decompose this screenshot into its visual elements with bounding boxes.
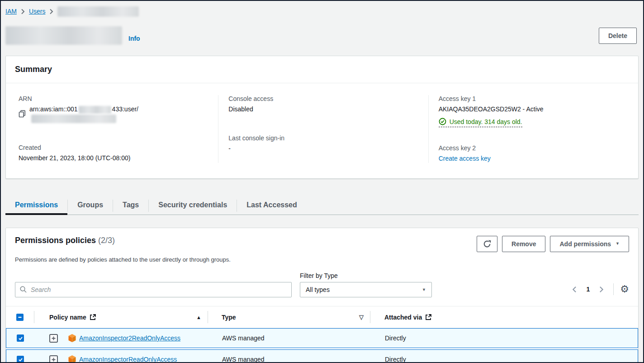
access-key-1-label: Access key 1 bbox=[439, 95, 629, 102]
column-header-attached-via[interactable]: Attached via bbox=[384, 314, 422, 321]
policy-link[interactable]: AmazonInspectorReadOnlyAccess bbox=[79, 356, 177, 363]
column-header-type[interactable]: Type bbox=[222, 314, 236, 321]
sort-indicator-icon[interactable]: ▽ bbox=[359, 314, 364, 320]
search-input[interactable] bbox=[15, 282, 292, 297]
filter-by-type-label: Filter by Type bbox=[300, 272, 432, 279]
policy-type: AWS managed bbox=[208, 329, 370, 348]
create-access-key-link[interactable]: Create access key bbox=[439, 155, 491, 162]
tab-tags[interactable]: Tags bbox=[113, 197, 148, 215]
created-label: Created bbox=[19, 144, 209, 151]
access-key-1-value: AKIAQA35DEOA2GSD25W2 - Active bbox=[439, 105, 629, 114]
breadcrumb-chevron-icon bbox=[49, 9, 53, 14]
tab-security-credentials[interactable]: Security credentials bbox=[149, 197, 237, 215]
search-icon bbox=[19, 286, 27, 295]
last-signin-label: Last console sign-in bbox=[228, 134, 419, 142]
redacted-account-id bbox=[79, 106, 111, 114]
breadcrumb-link-users[interactable]: Users bbox=[29, 8, 46, 15]
chevron-right-icon[interactable] bbox=[597, 285, 606, 294]
console-access-value: Disabled bbox=[228, 105, 419, 114]
summary-title: Summary bbox=[15, 65, 52, 74]
expand-icon[interactable] bbox=[49, 355, 58, 363]
redacted-arn-user-name bbox=[31, 115, 116, 123]
tab-permissions[interactable]: Permissions bbox=[5, 197, 67, 215]
redacted-page-title bbox=[5, 26, 122, 45]
policy-attached-via: Directly bbox=[370, 350, 638, 363]
created-value: November 21, 2023, 18:00 (UTC-08:00) bbox=[19, 153, 209, 162]
check-circle-icon bbox=[439, 118, 446, 125]
row-checkbox-checked[interactable] bbox=[17, 334, 24, 342]
console-access-label: Console access bbox=[228, 95, 419, 102]
table-row: AmazonInspectorReadOnlyAccess AWS manage… bbox=[6, 349, 638, 363]
copy-icon[interactable] bbox=[19, 110, 26, 118]
permissions-policies-card: Permissions policies(2/3) Remove Add per… bbox=[5, 228, 639, 363]
tab-last-accessed[interactable]: Last Accessed bbox=[237, 197, 306, 215]
table-header-row: Policy name ▲ Type ▽ Attached via bbox=[6, 306, 638, 328]
last-signin-value: - bbox=[228, 144, 419, 153]
external-link-icon bbox=[425, 314, 432, 320]
policies-title: Permissions policies bbox=[15, 236, 96, 245]
page-header: Info Delete bbox=[1, 16, 643, 45]
chevron-left-icon[interactable] bbox=[570, 285, 579, 294]
policy-link[interactable]: AmazonInspector2ReadOnlyAccess bbox=[79, 334, 180, 342]
tab-strip: Permissions Groups Tags Security credent… bbox=[5, 197, 639, 215]
sort-ascending-icon[interactable]: ▲ bbox=[196, 315, 201, 320]
expand-icon[interactable] bbox=[49, 334, 58, 343]
policies-table: Policy name ▲ Type ▽ Attached via bbox=[6, 306, 638, 363]
refresh-icon bbox=[483, 240, 491, 248]
external-link-icon bbox=[90, 314, 96, 320]
policy-icon bbox=[68, 334, 76, 343]
column-header-policy-name[interactable]: Policy name bbox=[49, 314, 86, 321]
arn-label: ARN bbox=[19, 95, 209, 102]
caret-down-icon: ▼ bbox=[616, 239, 620, 248]
access-key-2-label: Access key 2 bbox=[439, 144, 629, 152]
caret-down-icon: ▼ bbox=[422, 287, 426, 292]
tab-groups[interactable]: Groups bbox=[68, 197, 113, 215]
delete-button[interactable]: Delete bbox=[599, 28, 637, 44]
row-checkbox-checked[interactable] bbox=[17, 356, 24, 363]
redacted-breadcrumb-user-name bbox=[57, 6, 139, 17]
add-permissions-button[interactable]: Add permissions▼ bbox=[550, 236, 629, 252]
policy-type: AWS managed bbox=[208, 350, 370, 363]
arn-value: arn:aws:iam::001433:user/ bbox=[29, 105, 209, 123]
policies-description: Permissions are defined by policies atta… bbox=[6, 256, 638, 263]
table-row: AmazonInspector2ReadOnlyAccess AWS manag… bbox=[6, 328, 638, 348]
refresh-button[interactable] bbox=[477, 236, 497, 252]
policy-icon bbox=[68, 355, 76, 363]
page-number[interactable]: 1 bbox=[586, 286, 590, 293]
policy-attached-via: Directly bbox=[370, 329, 638, 348]
gear-icon[interactable]: ⚙ bbox=[620, 284, 629, 294]
breadcrumb-link-iam[interactable]: IAM bbox=[5, 8, 17, 15]
select-all-checkbox-indeterminate[interactable] bbox=[16, 314, 24, 321]
access-key-usage-status[interactable]: Used today. 314 days old. bbox=[439, 118, 522, 127]
policies-count: (2/3) bbox=[98, 236, 115, 245]
summary-card: Summary ARN arn:aws:iam::001433:user/ Cr… bbox=[5, 56, 639, 179]
breadcrumb: IAM Users bbox=[1, 1, 643, 16]
breadcrumb-chevron-icon bbox=[21, 9, 25, 14]
type-filter-select[interactable]: All types ▼ bbox=[300, 282, 432, 297]
remove-button[interactable]: Remove bbox=[502, 236, 545, 252]
info-link[interactable]: Info bbox=[128, 35, 140, 42]
